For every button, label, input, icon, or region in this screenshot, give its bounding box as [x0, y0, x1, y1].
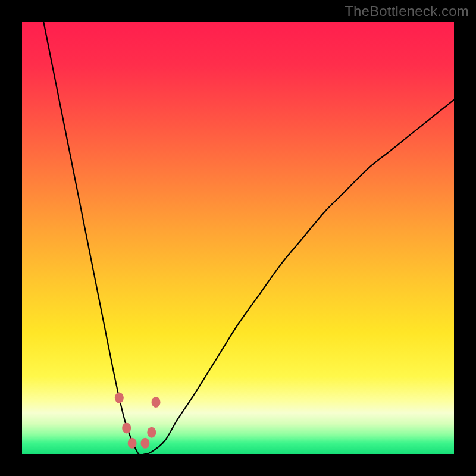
data-marker — [122, 422, 131, 433]
chart-frame: TheBottleneck.com — [0, 0, 476, 476]
data-marker — [140, 438, 149, 449]
curve-layer — [22, 22, 454, 454]
attribution-label: TheBottleneck.com — [345, 3, 469, 20]
data-marker — [152, 397, 161, 408]
marker-group — [115, 393, 161, 449]
data-marker — [147, 427, 156, 438]
data-marker — [128, 438, 137, 449]
data-marker — [115, 393, 124, 403]
bottleneck-curve — [43, 22, 454, 454]
plot-area — [22, 22, 454, 454]
